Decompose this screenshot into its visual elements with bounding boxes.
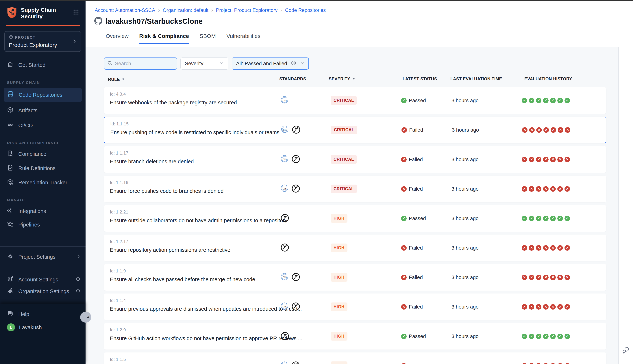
sidebar-item-integrations[interactable]: Integrations <box>0 205 86 217</box>
rule-text: Ensure outside collaborators do not have… <box>110 218 275 224</box>
history-pass-icon: ✓ <box>529 98 534 103</box>
status-cell: ✕Failed <box>401 294 423 320</box>
tab-vulnerabilities[interactable]: Vulnerabilities <box>226 33 260 44</box>
breadcrumb-link[interactable]: Project: Product Exploratory <box>216 8 278 13</box>
table-row[interactable]: Id: 1.1.15Ensure pushing of new code is … <box>104 117 606 143</box>
table-row[interactable]: Id: 1.2.21Ensure outside collaborators d… <box>104 205 606 232</box>
breadcrumb-link[interactable]: Code Repositories <box>285 8 326 13</box>
history-fail-icon: ✕ <box>536 186 542 192</box>
tab-risk-compliance[interactable]: Risk & Compliance <box>139 33 189 44</box>
evaluation-history: ✕✕✕✕✕✕✕ <box>522 234 570 261</box>
info-icon[interactable] <box>75 276 81 283</box>
column-header-rule[interactable]: RULE <box>108 76 125 82</box>
sidebar-item-project-settings[interactable]: Project Settings <box>0 251 86 263</box>
history-pass-icon: ✓ <box>536 334 542 339</box>
status-label: Failed <box>409 245 423 251</box>
severity-badge: CRITICAL <box>330 155 357 164</box>
severity-filter[interactable]: Severity <box>180 58 228 70</box>
column-header-evaluation-history: EVALUATION HISTORY <box>524 76 572 82</box>
history-fail-icon: ✕ <box>522 245 527 251</box>
status-label: Failed <box>409 156 423 162</box>
history-fail-icon: ✕ <box>529 186 534 192</box>
severity-cell: CRITICAL <box>330 146 357 173</box>
tab-overview[interactable]: Overview <box>106 33 128 44</box>
table-row[interactable]: Id: 1.1.9Ensure all checks have passed b… <box>104 264 606 290</box>
history-fail-icon: ✕ <box>550 304 556 310</box>
sidebar-item-label: Remediation Tracker <box>18 180 68 186</box>
sidebar-collapse-handle[interactable]: ◀ <box>80 312 91 322</box>
avatar: L <box>7 323 15 332</box>
passed-icon: ✓ <box>401 216 406 221</box>
rule-text: Ensure repository action permissions are… <box>110 247 275 253</box>
rule-text: Ensure previous approvals are dismissed … <box>110 306 275 312</box>
app-logo-shield-icon <box>6 6 18 20</box>
breadcrumb-link[interactable]: Account: Automation-SSCA <box>95 8 155 13</box>
sort-desc-icon[interactable] <box>352 76 356 82</box>
cis-standard-icon: CIS <box>280 273 289 282</box>
history-pass-icon: ✓ <box>543 216 548 221</box>
history-fail-icon: ✕ <box>550 275 556 280</box>
svg-text:CIS: CIS <box>282 276 286 278</box>
rule-text: Ensure all checks have passed before the… <box>110 276 275 282</box>
sidebar-item-account-settings[interactable]: Account Settings <box>0 274 86 286</box>
table-row[interactable]: Id: 1.1.16Ensure force pushes code to br… <box>104 176 606 202</box>
chat-feedback-icon[interactable] <box>622 346 630 355</box>
svg-text:CIS: CIS <box>282 187 286 190</box>
project-selector[interactable]: PROJECT Product Exploratory <box>4 31 81 52</box>
history-fail-icon: ✕ <box>564 186 570 192</box>
history-fail-icon: ✕ <box>565 127 570 133</box>
sidebar-item-help[interactable]: ? Help <box>0 308 86 320</box>
column-label: RULE <box>108 77 120 82</box>
severity-cell: HIGH <box>330 205 348 232</box>
sidebar-item-cicd[interactable]: CI/CD <box>0 120 86 131</box>
history-pass-icon: ✓ <box>550 216 556 221</box>
status-filter[interactable]: All: Passed and Failed <box>232 58 309 70</box>
status-label: Passed <box>409 98 426 104</box>
sidebar-item-code-repositories[interactable]: </> Code Repositories <box>4 88 82 102</box>
history-fail-icon: ✕ <box>557 275 563 280</box>
tab-sbom[interactable]: SBOM <box>200 33 216 44</box>
integrations-icon <box>7 207 14 215</box>
table-row[interactable]: Id: 4.3.4Ensure webhooks of the package … <box>104 87 606 114</box>
user-menu[interactable]: L Lavakush <box>0 320 86 335</box>
app-switcher-grid-icon[interactable] <box>73 9 79 16</box>
sidebar-item-organization-settings[interactable]: Organization Settings <box>0 286 86 297</box>
history-fail-icon: ✕ <box>522 275 527 280</box>
chevron-down-icon <box>220 60 224 66</box>
column-header-last-evaluation-time: LAST EVALUATION TIME <box>450 76 502 82</box>
sidebar-item-compliance[interactable]: Compliance <box>0 148 86 160</box>
table-row[interactable]: Id: 1.1.17Ensure branch deletions are de… <box>104 146 606 173</box>
severity-cell: CRITICAL <box>330 87 357 114</box>
breadcrumb-link[interactable]: Organization: default <box>163 8 208 13</box>
sidebar-item-remediation-tracker[interactable]: Remediation Tracker <box>0 177 86 188</box>
table-row[interactable]: Id: 1.1.5CISHIGH✕Failed3 hours ago✕✕✕✕✕✕… <box>104 352 606 364</box>
status-label: Failed <box>409 304 423 310</box>
search-input[interactable] <box>115 60 170 66</box>
sidebar-item-pipelines[interactable]: Pipelines <box>0 219 86 230</box>
home-icon <box>7 61 14 69</box>
history-fail-icon: ✕ <box>543 363 548 364</box>
rule-id: Id: 1.1.15 <box>110 122 128 126</box>
search-box <box>104 58 177 70</box>
sidebar-item-get-started[interactable]: Get Started <box>0 59 86 71</box>
table-row[interactable]: Id: 1.2.17Ensure repository action permi… <box>104 234 606 261</box>
owasp-standard-icon <box>291 154 300 164</box>
table-row[interactable]: Id: 1.2.9Ensure GitHub action workflows … <box>104 323 606 350</box>
history-fail-icon: ✕ <box>557 363 563 364</box>
history-pass-icon: ✓ <box>564 216 570 221</box>
evaluation-history: ✕✕✕✕✕✕✕ <box>522 264 570 290</box>
sidebar-item-rule-definitions[interactable]: Rule Definitions <box>0 162 86 174</box>
rules-list: Id: 4.3.4Ensure webhooks of the package … <box>104 87 606 364</box>
info-icon[interactable] <box>75 288 81 295</box>
clear-filter-icon[interactable] <box>291 60 296 67</box>
sidebar-item-label: CI/CD <box>18 122 33 128</box>
sidebar-item-artifacts[interactable]: Artifacts <box>0 104 86 116</box>
chevron-right-icon <box>72 39 77 44</box>
history-fail-icon: ✕ <box>522 186 527 192</box>
status-cell: ✕Failed <box>401 264 423 290</box>
history-fail-icon: ✕ <box>536 157 542 162</box>
column-header-severity[interactable]: SEVERITY <box>329 76 356 82</box>
table-row[interactable]: Id: 1.1.4Ensure previous approvals are d… <box>104 294 606 320</box>
sort-icon[interactable] <box>121 76 125 82</box>
history-fail-icon: ✕ <box>536 275 542 280</box>
